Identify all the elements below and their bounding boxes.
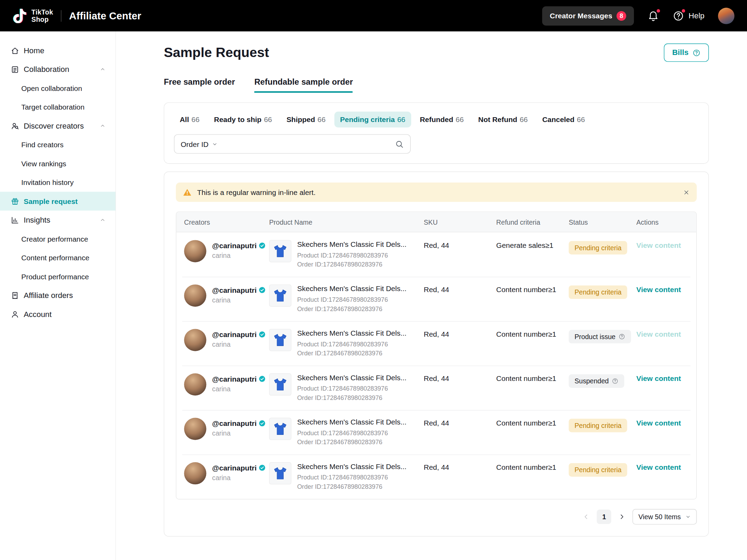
filter-chip-shipped[interactable]: Shipped66 bbox=[281, 112, 332, 128]
sidebar-item-sample-request[interactable]: Sample request bbox=[0, 192, 116, 211]
product-id: Product ID:17284678980283976 bbox=[297, 473, 406, 482]
product-id: Product ID:17284678980283976 bbox=[297, 339, 406, 349]
status-badge: Pending criteria bbox=[569, 241, 627, 254]
order-id: Order ID:17284678980283976 bbox=[297, 260, 406, 269]
filter-count: 66 bbox=[317, 115, 325, 124]
refund-criteria-cell: Content number≥1 bbox=[496, 284, 569, 294]
bills-label: Bills bbox=[672, 48, 689, 57]
close-icon[interactable] bbox=[683, 189, 690, 196]
brand: TikTok Shop Affiliate Center bbox=[12, 8, 141, 23]
collaboration-icon bbox=[11, 65, 19, 74]
view-content-link[interactable]: View content bbox=[636, 463, 681, 472]
sidebar-item-home[interactable]: Home bbox=[0, 41, 116, 60]
sidebar-nav: HomeCollaborationOpen collaborationTarge… bbox=[0, 41, 116, 324]
sidebar-item-find-creators[interactable]: Find creators bbox=[0, 135, 116, 154]
product-image bbox=[269, 418, 291, 440]
actions-cell: View content bbox=[636, 373, 689, 383]
creator-avatar bbox=[184, 284, 206, 307]
sidebar-item-label: Open collaboration bbox=[21, 84, 82, 92]
help-button[interactable]: Help bbox=[673, 10, 704, 22]
view-content-link[interactable]: View content bbox=[636, 241, 681, 249]
creator-handle[interactable]: @carinaputri bbox=[212, 242, 257, 250]
sidebar-item-account[interactable]: Account bbox=[0, 305, 116, 324]
view-content-link[interactable]: View content bbox=[636, 419, 681, 427]
creator-handle[interactable]: @carinaputri bbox=[212, 419, 257, 428]
sidebar-item-insights[interactable]: Insights bbox=[0, 211, 116, 229]
order-id: Order ID:17284678980283976 bbox=[297, 482, 406, 491]
filter-chip-canceled[interactable]: Canceled66 bbox=[536, 112, 591, 128]
filter-chip-not-refund[interactable]: Not Refund66 bbox=[472, 112, 534, 128]
sidebar-item-invitation-history[interactable]: Invitation history bbox=[0, 173, 116, 192]
brand-divider bbox=[61, 10, 61, 22]
user-avatar[interactable] bbox=[718, 8, 735, 24]
title-row: Sample Request Bills bbox=[164, 44, 709, 62]
creator-handle[interactable]: @carinaputri bbox=[212, 464, 257, 472]
question-icon bbox=[618, 333, 625, 340]
table-row: @carinaputricarinaSkechers Men's Classic… bbox=[176, 455, 696, 499]
view-content-link[interactable]: View content bbox=[636, 286, 681, 294]
content-container: Sample Request Bills Free sample orderRe… bbox=[164, 31, 709, 536]
creator-handle[interactable]: @carinaputri bbox=[212, 375, 257, 383]
notifications-button[interactable] bbox=[647, 10, 659, 22]
status-cell: Suspended bbox=[569, 373, 636, 388]
top-bar: TikTok Shop Affiliate Center Creator Mes… bbox=[0, 0, 747, 31]
orders-table: CreatorsProduct NameSKURefund criteriaSt… bbox=[176, 212, 697, 500]
view-content-link[interactable]: View content bbox=[636, 374, 681, 383]
orders-icon bbox=[11, 291, 19, 300]
brand-line2: Shop bbox=[31, 16, 53, 23]
view-content-link[interactable]: View content bbox=[636, 330, 681, 338]
question-circle-icon bbox=[692, 48, 701, 57]
filter-count: 66 bbox=[397, 115, 405, 124]
filter-chip-all[interactable]: All66 bbox=[174, 112, 205, 128]
sidebar-item-label: Product performance bbox=[21, 272, 89, 281]
table-row: @carinaputricarinaSkechers Men's Classic… bbox=[176, 277, 696, 321]
table-row: @carinaputricarinaSkechers Men's Classic… bbox=[176, 232, 696, 277]
page-size-label: View 50 Items bbox=[638, 513, 681, 521]
search-field-selector[interactable]: Order ID bbox=[181, 140, 218, 148]
tab-refundable-sample-order[interactable]: Refundable sample order bbox=[254, 77, 353, 93]
order-id: Order ID:17284678980283976 bbox=[297, 438, 406, 447]
filter-label: Pending criteria bbox=[340, 115, 395, 124]
sidebar-item-label: Account bbox=[24, 310, 52, 318]
sidebar-item-label: Affiliate orders bbox=[24, 291, 73, 300]
filter-chip-refunded[interactable]: Refunded66 bbox=[414, 112, 469, 128]
chevron-left-icon[interactable] bbox=[582, 513, 590, 521]
creator-name: carina bbox=[212, 296, 266, 304]
sidebar-item-content-performance[interactable]: Content performance bbox=[0, 248, 116, 267]
product-title: Skechers Men's Classic Fit Dels... bbox=[297, 284, 406, 293]
search-icon[interactable] bbox=[395, 139, 404, 149]
sidebar-item-open-collaboration[interactable]: Open collaboration bbox=[0, 79, 116, 97]
gift-icon bbox=[11, 197, 19, 205]
product-title: Skechers Men's Classic Fit Dels... bbox=[297, 373, 406, 382]
sku-cell: Red, 44 bbox=[424, 418, 496, 427]
product-cell: Skechers Men's Classic Fit Dels...Produc… bbox=[269, 418, 424, 447]
sidebar-item-discover-creators[interactable]: Discover creators bbox=[0, 116, 116, 135]
sidebar-item-view-rankings[interactable]: View rankings bbox=[0, 154, 116, 173]
insights-icon bbox=[11, 216, 19, 224]
filter-label: Ready to ship bbox=[214, 115, 261, 124]
creator-handle[interactable]: @carinaputri bbox=[212, 330, 257, 339]
status-label: Pending criteria bbox=[574, 288, 621, 296]
bills-button[interactable]: Bills bbox=[664, 44, 709, 62]
sidebar-item-label: Invitation history bbox=[21, 178, 73, 187]
chevron-right-icon[interactable] bbox=[618, 513, 626, 521]
creator-messages-button[interactable]: Creator Messages 8 bbox=[542, 6, 634, 25]
tab-bar: Free sample orderRefundable sample order bbox=[164, 77, 709, 93]
sku-cell: Red, 44 bbox=[424, 329, 496, 338]
page-number-button[interactable]: 1 bbox=[597, 510, 611, 524]
filter-label: Refunded bbox=[420, 115, 453, 124]
product-image bbox=[269, 329, 291, 351]
filter-chip-pending-criteria[interactable]: Pending criteria66 bbox=[334, 112, 411, 128]
filter-count: 66 bbox=[192, 115, 200, 124]
sidebar-item-affiliate-orders[interactable]: Affiliate orders bbox=[0, 286, 116, 305]
creator-avatar bbox=[184, 329, 206, 351]
tab-free-sample-order[interactable]: Free sample order bbox=[164, 77, 235, 93]
page-size-select[interactable]: View 50 Items bbox=[633, 509, 697, 525]
creator-handle[interactable]: @carinaputri bbox=[212, 286, 257, 294]
sidebar-item-target-collaboration[interactable]: Target collaboration bbox=[0, 97, 116, 116]
filter-chip-ready-to-ship[interactable]: Ready to ship66 bbox=[208, 112, 278, 128]
sidebar-item-collaboration[interactable]: Collaboration bbox=[0, 60, 116, 78]
sidebar-item-product-performance[interactable]: Product performance bbox=[0, 267, 116, 286]
sidebar-item-creator-performance[interactable]: Creator performance bbox=[0, 230, 116, 248]
column-header-actions: Actions bbox=[636, 218, 689, 226]
